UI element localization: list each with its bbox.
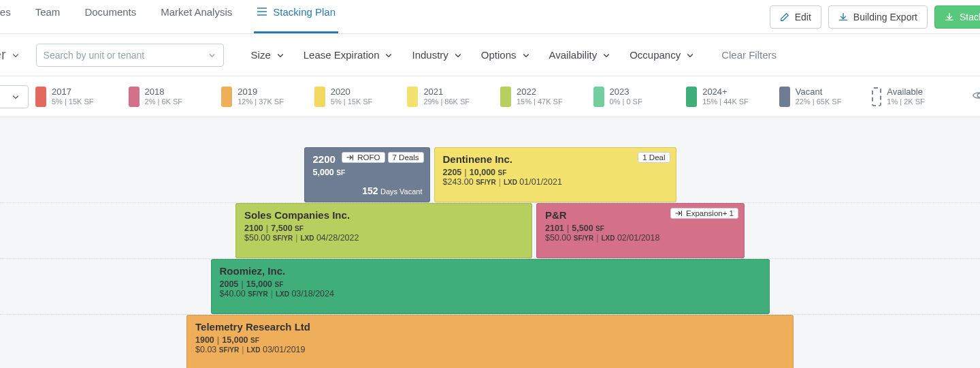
building-name: s Tower	[0, 47, 6, 63]
legend-item[interactable]: Vacant22% | 65K SF	[779, 87, 872, 107]
unit-rent: $50.00	[545, 233, 571, 243]
tab-label: Stacking Plan	[273, 6, 336, 18]
tab-label: Documents	[84, 6, 136, 18]
legend-item[interactable]: 2024+15% | 44K SF	[686, 87, 779, 107]
legend-item[interactable]: Available1% | 2K SF	[872, 87, 965, 106]
download-icon	[838, 12, 848, 22]
sf-label: SF	[295, 225, 304, 232]
legend-label: 2021	[423, 87, 470, 97]
legend-text: 20175% | 15K SF	[52, 87, 94, 106]
clear-filters-button[interactable]: Clear Filters	[721, 49, 777, 61]
chevron-down-icon	[602, 51, 610, 59]
building-export-button[interactable]: Building Export	[828, 5, 928, 29]
filter-options[interactable]: Options	[481, 49, 530, 61]
unit-2200-vacant[interactable]: ROFO 7 Deals 2200 5,000 SF 152 Days Vaca…	[304, 147, 430, 202]
legend-text: 2024+15% | 44K SF	[702, 87, 749, 106]
unit-suite: 2005	[220, 279, 239, 289]
filter-industry[interactable]: Industry	[412, 49, 461, 61]
legend-sub: 12% | 37K SF	[238, 97, 284, 106]
legend-text: 20182% | 6K SF	[145, 87, 182, 106]
legend-label: 2023	[610, 87, 642, 97]
lxd-label: LXD	[276, 290, 289, 298]
unit-size: 15,000	[222, 335, 248, 345]
legend-item[interactable]: 20175% | 15K SF	[35, 87, 129, 107]
floor-row: ROFO 7 Deals 2200 5,000 SF 152 Days Vaca…	[0, 147, 980, 203]
rent-lxd-row: $50.00 SF/YR|LXD 04/28/2022	[244, 233, 523, 243]
legend-swatch	[593, 87, 604, 107]
legend-label: Vacant	[796, 87, 842, 97]
sf-label: SF	[595, 225, 604, 232]
filter-occupancy[interactable]: Occupancy	[630, 49, 694, 61]
filter-availability[interactable]: Availability	[549, 49, 611, 61]
tab-spaces[interactable]: aces	[0, 0, 14, 33]
sf-label: SF	[275, 281, 284, 288]
badges: 1 Deal	[638, 152, 670, 163]
unit-2005[interactable]: Roomiez, Inc. 2005|15,000 SF $40.00 SF/Y…	[211, 259, 770, 314]
legend-swatch	[686, 87, 697, 107]
sfyr-label: SF/YR	[219, 346, 239, 354]
stack-button[interactable]: Stack	[934, 5, 980, 29]
suite-size-row: 2205|10,000 SF	[443, 168, 668, 177]
legend-item[interactable]: 202215% | 47K SF	[500, 87, 593, 107]
edit-button[interactable]: Edit	[770, 5, 821, 29]
option-icon	[346, 154, 355, 161]
legend-item[interactable]: 20205% | 15K SF	[314, 87, 408, 107]
legend-item[interactable]: 201912% | 37K SF	[221, 87, 314, 107]
tab-team[interactable]: Team	[33, 0, 63, 33]
unit-2205[interactable]: 1 Deal Dentinene Inc. 2205|10,000 SF $24…	[434, 147, 676, 202]
badge-label: 1 Deal	[642, 153, 665, 162]
legend-swatch	[314, 87, 325, 107]
chevron-down-icon	[454, 51, 462, 59]
visibility-toggle-icon[interactable]	[972, 88, 980, 106]
search-box[interactable]	[36, 44, 224, 67]
legend-text: Vacant22% | 65K SF	[796, 87, 842, 106]
building-selector[interactable]: s Tower	[0, 47, 25, 63]
unit-1900[interactable]: Telemetry Research Ltd 1900|15,000 SF $0…	[186, 315, 794, 368]
unit-2101[interactable]: Expansion+ 1 P&R 2101|5,500 SF $50.00 SF…	[536, 203, 745, 258]
lxd-label: LXD	[601, 234, 615, 242]
nav-tabs: aces Team Documents Market Analysis Stac…	[0, 0, 338, 33]
legend-item[interactable]: 20230% | 0 SF	[593, 87, 687, 107]
filter-label: Size	[251, 49, 271, 61]
tab-stacking-plan[interactable]: Stacking Plan	[254, 0, 338, 33]
unit-suite: 2205	[443, 168, 462, 177]
floor-row: Telemetry Research Ltd 1900|15,000 SF $0…	[0, 315, 980, 368]
tab-market-analysis[interactable]: Market Analysis	[158, 0, 235, 33]
filter-bar: s Tower Size Lease Expiration Industry O…	[0, 34, 980, 76]
chevron-down-icon	[12, 51, 20, 59]
legend-item[interactable]: 20182% | 6K SF	[129, 87, 222, 107]
legend-label: 2018	[145, 87, 182, 97]
legend-swatch	[407, 87, 418, 107]
legend-text: Available1% | 2K SF	[887, 87, 924, 106]
download-icon	[945, 12, 954, 22]
unit-suite: 2100	[244, 224, 263, 233]
legend-mode-dropdown[interactable]	[0, 85, 29, 108]
unit-size: 15,000	[246, 279, 272, 289]
sf-label: SF	[336, 169, 345, 177]
legend-label: Available	[887, 87, 924, 97]
button-label: Building Export	[853, 12, 917, 22]
legend-swatch	[221, 87, 232, 107]
deals-badge: 7 Deals	[388, 152, 424, 163]
legend-swatch	[129, 87, 140, 107]
filter-label: Occupancy	[630, 49, 681, 61]
unit-2100[interactable]: Soles Companies Inc. 2100|7,500 SF $50.0…	[235, 203, 532, 258]
legend-text: 201912% | 37K SF	[238, 87, 284, 106]
search-input[interactable]	[44, 50, 209, 61]
rofo-badge: ROFO	[342, 152, 385, 163]
tab-documents[interactable]: Documents	[82, 0, 139, 33]
unit-rent: $50.00	[244, 233, 270, 243]
legend-sub: 5% | 15K SF	[331, 97, 373, 106]
rent-lxd-row: $0.03 SF/YR|LXD 03/01/2019	[195, 345, 785, 354]
pencil-icon	[780, 12, 789, 22]
filter-size[interactable]: Size	[251, 49, 284, 61]
legend-label: 2019	[238, 87, 284, 97]
legend-item[interactable]: 202129% | 86K SF	[407, 87, 500, 107]
legend-label: 2024+	[702, 87, 749, 97]
suite-size-row: 2005|15,000 SF	[220, 279, 761, 289]
legend-text: 20205% | 15K SF	[331, 87, 373, 106]
tab-label: aces	[0, 6, 11, 18]
legend-items: 20175% | 15K SF20182% | 6K SF201912% | 3…	[35, 87, 965, 107]
tab-label: Market Analysis	[161, 6, 232, 18]
filter-lease-expiration[interactable]: Lease Expiration	[304, 49, 393, 61]
